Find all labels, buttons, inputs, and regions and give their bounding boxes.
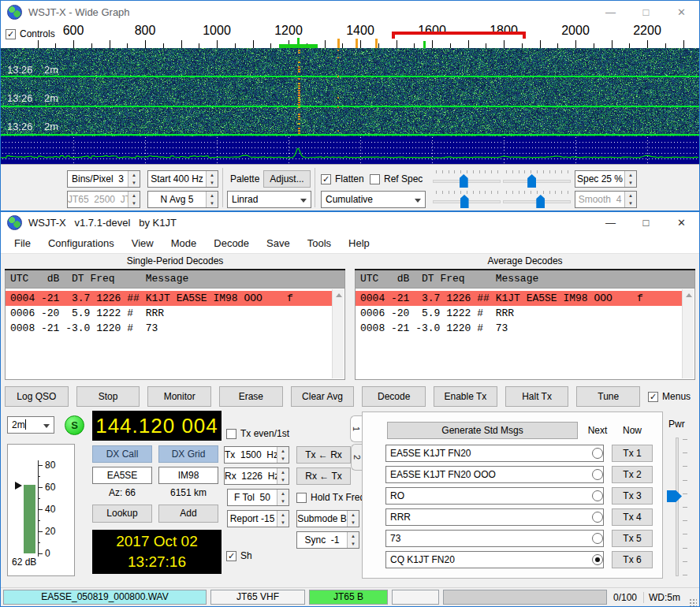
tune-button[interactable]: Tune: [576, 386, 640, 407]
clear-avg-button[interactable]: Clear Avg: [291, 386, 355, 407]
rx-from-tx-button[interactable]: Rx ← Tx: [296, 467, 351, 485]
rx-freq-spinbox[interactable]: Rx 1226 Hz ▲▼: [224, 467, 289, 485]
scrollbar[interactable]: [332, 289, 344, 378]
decode-row[interactable]: 0004 -21 3.7 1226 ## K1JT EA5SE IM98 OOO…: [6, 291, 332, 306]
decode-table-body[interactable]: 0004 -21 3.7 1226 ## K1JT EA5SE IM98 OOO…: [5, 289, 345, 380]
tx3-now-button[interactable]: Tx 3: [612, 487, 653, 505]
tx1-message-field[interactable]: EA5SE K1JT FN20: [385, 445, 604, 462]
stop-button[interactable]: Stop: [76, 386, 140, 407]
tab-1[interactable]: 1: [350, 415, 363, 442]
maximize-button[interactable]: □: [628, 1, 664, 24]
log-qso-button[interactable]: Log QSO: [5, 386, 69, 407]
waterfall-canvas[interactable]: [1, 48, 699, 136]
dx-grid-button[interactable]: DX Grid: [158, 445, 218, 463]
erase-button[interactable]: Erase: [219, 386, 283, 407]
scrollbar[interactable]: [682, 289, 694, 378]
minimize-button[interactable]: —: [593, 212, 628, 234]
f-tol-spinbox[interactable]: F Tol 50 ▲▼: [227, 489, 289, 506]
decode-row[interactable]: 0008 -21 -3.0 1220 # 73: [356, 321, 682, 336]
decode-row[interactable]: 0006 -20 5.9 1222 # RRR: [6, 306, 332, 321]
palette-select[interactable]: Linrad: [227, 191, 311, 208]
controls-checkbox[interactable]: ✓ Controls: [6, 28, 55, 39]
menu-decode[interactable]: Decode: [205, 234, 258, 253]
decode-row[interactable]: 0004 -21 3.7 1226 ## K1JT EA5SE IM98 OOO…: [356, 291, 682, 306]
sh-checkbox[interactable]: ✓ Sh: [226, 550, 252, 561]
resize-grip[interactable]: [689, 598, 697, 606]
pwr-slider-track[interactable]: [676, 438, 679, 576]
pwr-slider-thumb[interactable]: [667, 490, 682, 502]
tx4-next-radio[interactable]: [592, 512, 603, 523]
dx-call-field[interactable]: EA5SE: [92, 467, 152, 484]
spin-arrows[interactable]: ▲▼: [206, 192, 218, 207]
menu-save[interactable]: Save: [258, 234, 299, 253]
tx6-now-button[interactable]: Tx 6: [612, 551, 653, 568]
tab-2[interactable]: 2: [351, 444, 363, 471]
spectrum-mode-select[interactable]: Cumulative: [321, 191, 426, 208]
slider-thumb[interactable]: [460, 174, 468, 188]
tx4-now-button[interactable]: Tx 4: [612, 508, 653, 526]
menu-view[interactable]: View: [123, 234, 162, 253]
lookup-button[interactable]: Lookup: [92, 505, 152, 523]
spin-arrows[interactable]: ▲▼: [624, 171, 636, 187]
tx-from-rx-button[interactable]: Tx ← Rx: [296, 446, 351, 464]
generate-std-msgs-button[interactable]: Generate Std Msgs: [387, 422, 578, 439]
menu-configurations[interactable]: Configurations: [39, 234, 123, 253]
dx-call-button[interactable]: DX Call: [92, 445, 152, 463]
frequency-scale[interactable]: ✓ Controls 60080010001200140016001800200…: [1, 24, 699, 48]
scroll-up-icon[interactable]: [686, 293, 692, 297]
maximize-button[interactable]: □: [628, 212, 664, 234]
tx4-message-field[interactable]: RRR: [385, 508, 604, 526]
decode-row[interactable]: 0006 -20 5.9 1222 # RRR: [356, 306, 682, 321]
spin-arrows[interactable]: ▲▼: [277, 447, 289, 463]
spin-arrows[interactable]: ▲▼: [128, 171, 140, 187]
menus-checkbox[interactable]: ✓ Menus: [648, 391, 695, 402]
n-avg-spinbox[interactable]: N Avg 5 ▲▼: [147, 191, 218, 208]
tx-freq-spinbox[interactable]: Tx 1500 Hz ▲▼: [224, 446, 289, 464]
gain-slider-bottom[interactable]: [433, 191, 501, 208]
checkbox-box[interactable]: ✓: [6, 29, 16, 39]
ref-spec-checkbox[interactable]: Ref Spec: [370, 173, 423, 184]
spin-arrows[interactable]: ▲▼: [347, 532, 359, 548]
tx1-next-radio[interactable]: [592, 448, 603, 459]
tx5-next-radio[interactable]: [592, 533, 603, 544]
minimize-button[interactable]: —: [593, 1, 628, 24]
tx-even-checkbox[interactable]: Tx even/1st: [226, 428, 289, 439]
slider-thumb[interactable]: [460, 195, 469, 208]
menu-help[interactable]: Help: [340, 234, 378, 253]
decode-row[interactable]: 0008 -21 -3.0 1220 # 73: [6, 321, 332, 336]
spin-arrows[interactable]: ▲▼: [277, 490, 289, 505]
enable-tx-button[interactable]: Enable Tx: [434, 386, 497, 407]
menu-file[interactable]: File: [6, 234, 39, 253]
tx5-now-button[interactable]: Tx 5: [612, 530, 653, 547]
tx1-now-button[interactable]: Tx 1: [612, 445, 653, 462]
halt-tx-button[interactable]: Halt Tx: [505, 386, 569, 407]
flatten-checkbox[interactable]: ✓ Flatten: [321, 173, 364, 184]
zero-slider-top[interactable]: [503, 170, 571, 188]
tx5-message-field[interactable]: 73: [385, 530, 604, 547]
tx2-next-radio[interactable]: [592, 469, 603, 480]
spin-arrows[interactable]: ▲▼: [347, 511, 359, 527]
spectrum-canvas[interactable]: [1, 136, 699, 164]
tx6-next-radio[interactable]: [592, 554, 603, 565]
hold-tx-freq-checkbox[interactable]: Hold Tx Freq: [296, 492, 365, 503]
monitor-button[interactable]: Monitor: [147, 386, 211, 407]
zero-slider-bottom[interactable]: [503, 191, 571, 208]
spec-percent-spinbox[interactable]: Spec 25 % ▲▼: [575, 170, 637, 188]
slider-thumb[interactable]: [527, 174, 536, 188]
tx2-message-field[interactable]: EA5SE K1JT FN20 OOO: [385, 466, 604, 483]
close-button[interactable]: ✕: [664, 1, 699, 24]
spin-arrows[interactable]: ▲▼: [206, 171, 218, 187]
adjust-button[interactable]: Adjust...: [263, 170, 311, 188]
close-button[interactable]: ✕: [664, 212, 699, 234]
gain-slider-top[interactable]: [433, 170, 501, 188]
band-select[interactable]: 2m: [7, 416, 54, 434]
decode-table-body[interactable]: 0004 -21 3.7 1226 ## K1JT EA5SE IM98 OOO…: [355, 289, 695, 380]
add-button[interactable]: Add: [158, 505, 218, 523]
spin-arrows[interactable]: ▲▼: [277, 468, 289, 484]
spectrum-display[interactable]: [1, 136, 699, 164]
decode-button[interactable]: Decode: [362, 386, 426, 407]
sync-status-button[interactable]: S: [65, 415, 84, 435]
tx2-now-button[interactable]: Tx 2: [612, 466, 653, 483]
tx3-next-radio[interactable]: [592, 490, 603, 501]
submode-spinbox[interactable]: Submode B ▲▼: [296, 510, 359, 527]
